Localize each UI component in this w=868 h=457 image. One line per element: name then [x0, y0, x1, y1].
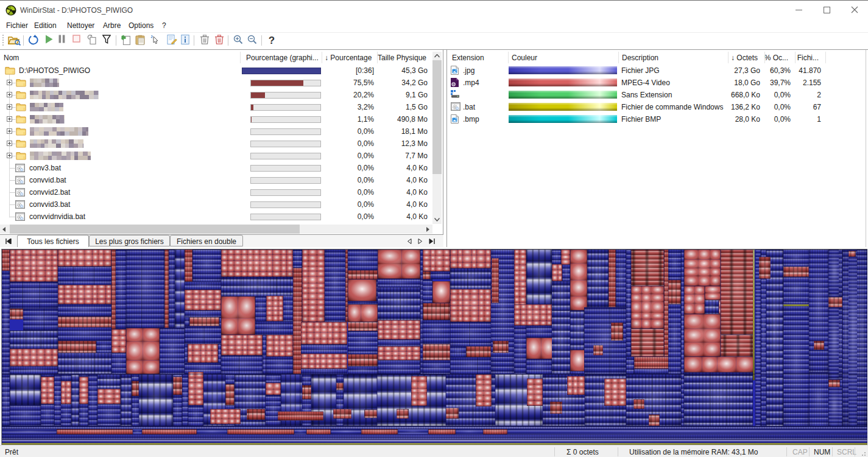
svg-text:?: ?	[269, 35, 275, 46]
